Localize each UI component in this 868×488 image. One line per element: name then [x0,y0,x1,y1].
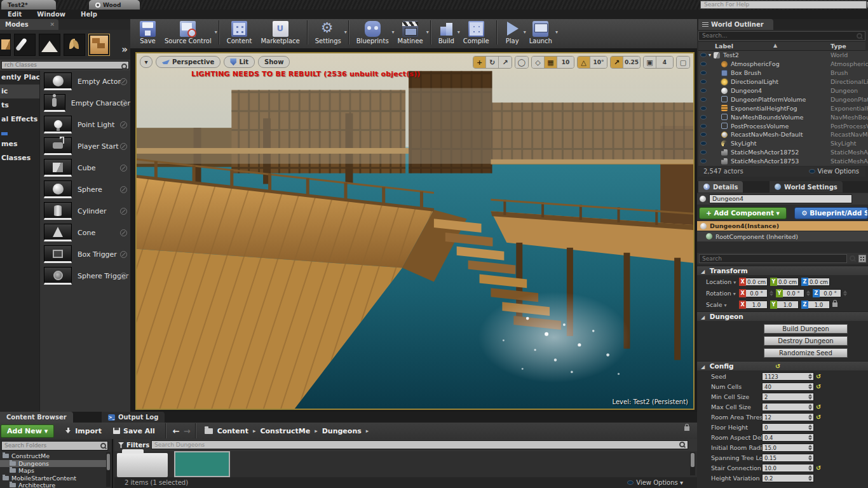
location-label[interactable]: Location ▾ [697,278,736,285]
config-value-field[interactable]: 1123 [762,372,814,381]
search-classes-input[interactable]: rch Classes [1,61,129,69]
details-search-input[interactable]: Search [699,254,847,263]
spinner-icon[interactable] [769,290,773,296]
placement-item[interactable]: Cone [40,222,130,243]
scale-tool-button[interactable]: ↗ [499,57,512,68]
tree-scrollbar[interactable] [106,452,111,487]
transform-section-header[interactable]: ◢ Transform [697,266,868,275]
visibility-eye-icon[interactable] [700,106,707,111]
toolbar-button[interactable]: Matinee ▾ [393,20,428,44]
tab-output-log[interactable]: >_ Output Log [102,412,165,423]
reset-icon[interactable]: ↺ [816,373,821,380]
tab-world-settings[interactable]: World Settings [770,181,843,193]
visibility-eye-icon[interactable] [700,141,707,146]
rotation-snap-value[interactable]: 10° [590,57,607,68]
outliner-row[interactable]: ▾ NavMeshBoundsVolume NavMeshBoundsVolum… [698,112,868,121]
reset-icon[interactable]: ↺ [816,403,821,410]
placement-item[interactable]: Sphere [40,179,130,200]
asset-scrollbar[interactable] [690,452,695,475]
spinner-icon[interactable] [808,455,812,461]
config-value-field[interactable]: 10.0 [762,464,814,472]
placement-item[interactable]: Point Light [40,114,130,135]
outliner-row[interactable]: ▾ PostProcessVolume PostProcessVolume [698,121,868,130]
spinner-icon[interactable] [806,290,810,296]
spinner-icon[interactable] [808,435,812,440]
visibility-eye-icon[interactable] [700,62,707,66]
outliner-row[interactable]: ▾ DirectionalLight DirectionalLight [698,78,868,86]
rotation-label[interactable]: Rotation ▾ [697,290,736,297]
placement-category[interactable]: mes [0,137,39,151]
outliner-row[interactable]: ▾ ExponentialHeightFog ExponentialHeight… [698,104,868,112]
reset-icon[interactable]: ↺ [816,414,821,421]
outliner-row[interactable]: ▾ Test2 World [698,51,868,60]
forward-button[interactable]: → [184,426,191,436]
outliner-row[interactable]: ▾ AtmosphericFog AtmosphericFog [698,60,868,69]
menu-item[interactable]: Window [29,11,73,18]
visibility-eye-icon[interactable] [700,132,707,137]
lock-icon[interactable] [832,302,837,307]
placement-item[interactable]: Empty Actor [40,71,130,92]
drag-handle-icon[interactable] [120,100,127,107]
rotate-tool-button[interactable]: ↻ [486,57,499,68]
placement-category[interactable]: al Effects [0,112,39,126]
tab-content-browser[interactable]: Content Browser [0,412,73,423]
drag-handle-icon[interactable] [120,208,127,215]
add-component-button[interactable]: + Add Component ▾ [699,207,787,219]
config-value-field[interactable]: 2 [762,393,814,401]
lock-icon[interactable] [684,426,689,431]
search-folders-input[interactable]: Search Folders [1,441,108,451]
surface-snap-button[interactable]: ◇ [532,57,545,68]
toolbar-button[interactable]: Blueprints ▾ [348,20,393,44]
drag-handle-icon[interactable] [120,78,127,85]
import-button[interactable]: Import [65,427,102,435]
location-z-field[interactable]: 0.0 cm [808,278,830,286]
dungeon-action-button[interactable]: Build Dungeon [764,324,848,334]
viewport-options-button[interactable]: ▾ [140,56,153,68]
visibility-eye-icon[interactable] [700,115,707,119]
reset-icon[interactable]: ↺ [775,362,780,371]
chevron-more-icon[interactable]: » [121,44,128,55]
placement-item[interactable]: Empty Character [40,92,130,114]
maximize-viewport-button[interactable]: ▢ [677,57,689,68]
spinner-icon[interactable] [808,445,812,451]
toolbar-button[interactable]: Settings ▾ [307,20,346,44]
outliner-row[interactable]: ▾ Dungeon4 Dungeon [698,86,868,95]
toolbar-button[interactable]: Launch ▾ [525,20,557,44]
drag-handle-icon[interactable] [120,121,127,128]
scale-label[interactable]: Scale ▾ [697,301,736,308]
drag-handle-icon[interactable] [120,251,127,258]
doc-tab-wood[interactable]: Wood [89,0,140,10]
drag-handle-icon[interactable] [120,229,127,236]
rotation-y-field[interactable]: 0.0 ° [783,289,804,297]
folder-tree-item[interactable]: Architecture [0,482,108,488]
outliner-row[interactable]: ▾ StaticMeshActor18753 StaticMeshActor [698,157,868,166]
lit-mode-button[interactable]: Lit [224,56,255,68]
placement-item[interactable]: Cylinder [40,200,130,222]
grid-snap-value[interactable]: 10 [557,57,574,68]
outliner-view-options[interactable]: View Options [809,168,860,175]
rotation-x-field[interactable]: 0.0 ° [746,289,768,297]
breadcrumb-item[interactable]: Dungeons [322,427,362,435]
drag-handle-icon[interactable] [120,186,127,193]
asset-folder-thumbnail[interactable] [117,453,168,477]
dungeon-action-button[interactable]: Randomize Seed [764,348,848,358]
label-column-header[interactable]: Label [715,43,733,50]
drag-handle-icon[interactable] [120,165,127,172]
outliner-row[interactable]: ▾ DungeonPlatformVolume DungeonPlatformV… [698,95,868,104]
reset-icon[interactable]: ↺ [816,464,821,471]
placement-item[interactable]: Sphere Trigger [40,265,130,287]
spinner-icon[interactable] [808,424,812,430]
scale-snap-value[interactable]: 0.25 [623,57,640,68]
location-y-field[interactable]: 0.0 cm [777,278,799,286]
toolbar-button[interactable]: Save ▾ [135,20,160,44]
grid-snap-button[interactable]: ▦ [545,57,557,68]
expand-arrow-icon[interactable]: ▾ [709,52,714,58]
config-value-field[interactable]: 15.0 [762,444,814,452]
scale-z-field[interactable]: 1.0 [808,301,830,309]
visibility-eye-icon[interactable] [700,88,707,93]
menu-item[interactable]: Edit [0,11,29,18]
spinner-icon[interactable] [808,374,812,379]
content-view-options[interactable]: View Options ▾ [627,479,683,486]
spinner-icon[interactable] [808,384,812,390]
level-viewport[interactable]: ▾ Perspective Lit Show LIGHTING NEEDS TO… [135,52,695,410]
